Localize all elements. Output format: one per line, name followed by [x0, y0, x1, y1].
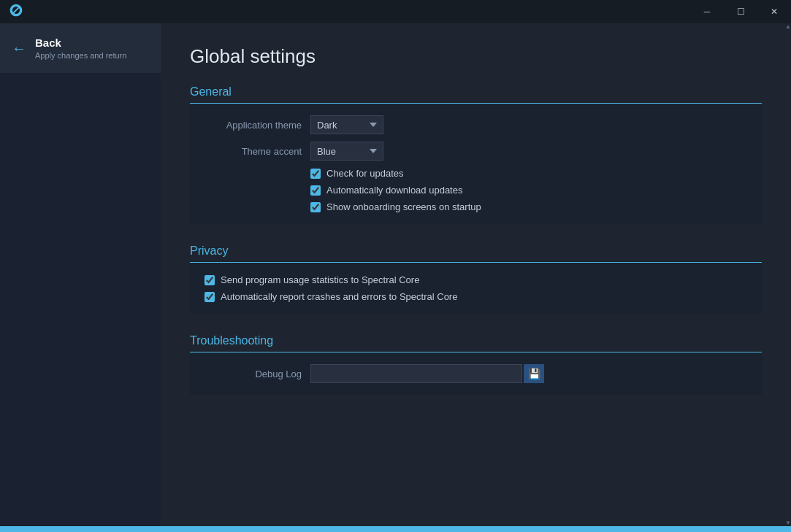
- maximize-button[interactable]: ☐: [724, 0, 757, 23]
- close-button[interactable]: ✕: [757, 0, 791, 23]
- report-crashes-label[interactable]: Automatically report crashes and errors …: [221, 291, 457, 302]
- check-updates-row: Check for updates: [310, 168, 747, 179]
- sidebar: ← Back Apply changes and return: [0, 23, 161, 526]
- report-crashes-checkbox[interactable]: [205, 292, 215, 302]
- back-subtitle: Apply changes and return: [35, 51, 126, 60]
- content-area: Global settings General Application them…: [161, 23, 791, 526]
- save-icon: 💾: [528, 368, 540, 379]
- back-button[interactable]: ← Back Apply changes and return: [0, 23, 161, 73]
- auto-download-row: Automatically download updates: [310, 185, 747, 196]
- debug-log-input-group: 💾: [310, 364, 544, 383]
- back-text: Back Apply changes and return: [35, 36, 126, 60]
- minimize-button[interactable]: ─: [690, 0, 724, 23]
- troubleshooting-section: Troubleshooting Debug Log 💾: [190, 334, 762, 395]
- page-title: Global settings: [190, 45, 762, 68]
- auto-download-label[interactable]: Automatically download updates: [326, 185, 462, 196]
- theme-accent-select[interactable]: Blue Green Red Purple: [310, 142, 383, 161]
- privacy-section-body: Send program usage statistics to Spectra…: [190, 263, 762, 314]
- back-arrow-icon: ←: [12, 41, 26, 55]
- privacy-section: Privacy Send program usage statistics to…: [190, 244, 762, 314]
- privacy-section-title: Privacy: [190, 244, 762, 262]
- general-section-body: Application theme Dark Light System Them…: [190, 104, 762, 224]
- send-stats-row: Send program usage statistics to Spectra…: [205, 274, 747, 285]
- general-section: General Application theme Dark Light Sys…: [190, 85, 762, 224]
- window: ─ ☐ ✕ ← Back Apply changes and return Gl…: [0, 0, 791, 532]
- show-onboarding-row: Show onboarding screens on startup: [310, 201, 747, 212]
- scroll-up-indicator[interactable]: ▲: [785, 23, 791, 30]
- main-layout: ← Back Apply changes and return Global s…: [0, 23, 791, 526]
- debug-log-save-button[interactable]: 💾: [524, 364, 544, 383]
- app-theme-label: Application theme: [205, 120, 310, 131]
- back-title: Back: [35, 36, 126, 50]
- debug-log-label: Debug Log: [205, 369, 310, 379]
- titlebar-controls: ─ ☐ ✕: [690, 0, 791, 23]
- show-onboarding-checkbox[interactable]: [310, 202, 321, 212]
- check-updates-label[interactable]: Check for updates: [326, 168, 404, 179]
- show-onboarding-label[interactable]: Show onboarding screens on startup: [326, 201, 481, 212]
- auto-download-checkbox[interactable]: [310, 185, 321, 196]
- troubleshooting-section-body: Debug Log 💾: [190, 352, 762, 395]
- app-theme-select[interactable]: Dark Light System: [310, 115, 383, 134]
- scroll-down-indicator[interactable]: ▼: [785, 520, 791, 526]
- titlebar: ─ ☐ ✕: [0, 0, 791, 23]
- report-crashes-row: Automatically report crashes and errors …: [205, 291, 747, 302]
- bottom-accent-bar: [0, 526, 791, 532]
- general-section-title: General: [190, 85, 762, 103]
- app-theme-row: Application theme Dark Light System: [205, 115, 747, 134]
- send-stats-label[interactable]: Send program usage statistics to Spectra…: [221, 274, 419, 285]
- theme-accent-label: Theme accent: [205, 146, 310, 157]
- debug-log-input[interactable]: [310, 364, 522, 383]
- send-stats-checkbox[interactable]: [205, 275, 215, 285]
- theme-accent-row: Theme accent Blue Green Red Purple: [205, 142, 747, 161]
- troubleshooting-section-title: Troubleshooting: [190, 334, 762, 352]
- app-logo: [9, 3, 23, 20]
- debug-log-row: Debug Log 💾: [205, 364, 747, 383]
- check-updates-checkbox[interactable]: [310, 169, 321, 179]
